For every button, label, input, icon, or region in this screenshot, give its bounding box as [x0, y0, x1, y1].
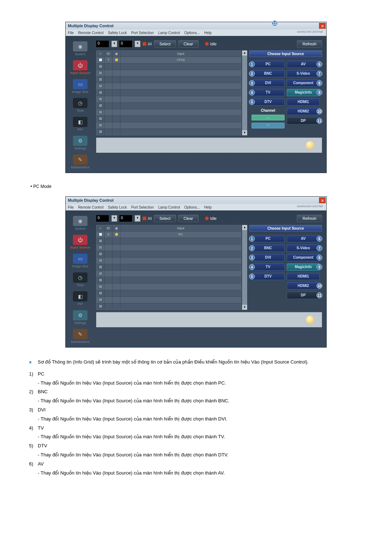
sidebar-time[interactable]: ◷Time [67, 272, 93, 287]
source-hdmi2[interactable]: HDMI210 [287, 108, 320, 115]
source-dvi[interactable]: 3DVI [252, 79, 285, 87]
refresh-button[interactable]: Refresh [297, 215, 322, 222]
sidebar-image-size[interactable]: ▭Image Size [67, 254, 93, 268]
source-dp[interactable]: DP11 [287, 292, 320, 299]
note-desc: - Thay đổi Nguồn tín hiệu Vào (Input Sou… [38, 451, 363, 459]
select-button[interactable]: Select [154, 40, 176, 48]
clear-button[interactable]: Clear [178, 215, 199, 222]
status-idle: Idle [205, 42, 217, 46]
close-icon[interactable]: ✕ [319, 23, 326, 29]
note-number: 5) [29, 442, 38, 450]
titlebar: Multiple Display Control [66, 22, 326, 29]
source-dtv[interactable]: 5DTV [252, 98, 285, 106]
status-idle: Idle [205, 216, 217, 221]
menu-remote[interactable]: Remote Control [78, 31, 103, 35]
source-hdmi1[interactable]: HDMI1 [287, 273, 320, 280]
mode-label-pc: • PC Mode [30, 184, 363, 189]
scrollbar[interactable]: ▲ ▼ [242, 50, 247, 135]
grid-row-empty [97, 89, 241, 96]
menubar: File Remote Control Safety Lock Port Sel… [66, 204, 326, 210]
sidebar-settings[interactable]: ⚙Settings [67, 310, 93, 325]
source-dvi[interactable]: 3DVI [252, 254, 285, 261]
scroll-up-icon[interactable]: ▲ [242, 225, 247, 230]
source-svideo[interactable]: S-Video7 [287, 70, 320, 77]
select-button[interactable]: Select [154, 215, 176, 222]
menu-port[interactable]: Port Selection [131, 31, 154, 35]
menu-file[interactable]: File [68, 205, 74, 209]
clear-button[interactable]: Clear [178, 40, 199, 48]
source-pc[interactable]: 1PC [252, 61, 285, 68]
choose-input-panel: Choose Input Source 1PC 2BNC 3DVI 4TV 5D… [249, 50, 322, 135]
scroll-up-icon[interactable]: ▲ [242, 50, 247, 56]
dropdown-1[interactable]: 0 [96, 41, 109, 47]
bulb-icon [305, 139, 315, 151]
menu-safety[interactable]: Safety Lock [108, 205, 127, 209]
chevron-down-icon[interactable]: ▼ [135, 41, 140, 47]
dropdown-2[interactable]: 0 [119, 41, 132, 47]
dropdown-1[interactable]: 0 [96, 215, 109, 222]
window-title: Multiple Display Control [68, 198, 114, 202]
source-pc[interactable]: 1PC [252, 235, 285, 242]
dropdown-2[interactable]: 0 [119, 215, 132, 222]
source-magicinfo[interactable]: MagicInfo9 [287, 263, 320, 271]
sidebar-power[interactable]: ⏻Input Source [67, 235, 93, 249]
source-bnc[interactable]: 2BNC [252, 245, 285, 252]
grid-row-1[interactable]: 7 ATV2 [97, 57, 241, 63]
source-magicinfo[interactable]: MagicInfo9 [287, 89, 320, 96]
menu-lamp[interactable]: Lamp Control [158, 31, 180, 35]
chevron-down-icon[interactable]: ▼ [111, 41, 117, 47]
menu-lamp[interactable]: Lamp Control [158, 205, 180, 209]
sidebar-pip[interactable]: ◧PIP [67, 291, 93, 306]
source-av[interactable]: AV6 [287, 61, 320, 68]
menu-options[interactable]: Options... [184, 31, 200, 35]
sidebar-time[interactable]: ◷Time [67, 98, 93, 112]
sidebar-maintenance[interactable]: ✎Maintenance [67, 329, 93, 344]
source-component[interactable]: Component8 [287, 79, 320, 87]
sidebar-pip[interactable]: ◧PIP [67, 117, 93, 131]
menu-help[interactable]: Help [204, 205, 212, 209]
menu-remote[interactable]: Remote Control [78, 205, 103, 209]
sidebar: ◉System ⏻Input Source ▭Image Size ◷Time … [66, 210, 95, 347]
chevron-down-icon[interactable]: ▼ [111, 215, 117, 222]
menu-options[interactable]: Options... [184, 205, 200, 209]
grid-row-empty [97, 290, 241, 296]
note-title: DVI [38, 406, 363, 414]
scroll-down-icon[interactable]: ▼ [242, 130, 247, 135]
source-dtv[interactable]: 5DTV [252, 273, 285, 280]
menu-safety[interactable]: Safety Lock [108, 31, 127, 35]
source-hdmi1[interactable]: HDMI1 [287, 98, 320, 106]
source-av[interactable]: AV6 [287, 235, 320, 242]
sidebar-power[interactable]: ⏻Input Source [67, 60, 93, 75]
grid-head-check[interactable]: ✓ [97, 225, 105, 231]
channel-up-button[interactable]: ︿ [252, 115, 285, 120]
sidebar-settings[interactable]: ⚙Settings [67, 136, 93, 150]
close-icon[interactable]: ✕ [319, 197, 326, 203]
refresh-button[interactable]: Refresh [297, 40, 322, 48]
checkbox-all[interactable]: All [143, 42, 152, 46]
scroll-down-icon[interactable]: ▼ [242, 305, 247, 310]
grid-row-1[interactable]: 0 PC [97, 231, 241, 238]
scrollbar[interactable]: ▲ ▼ [242, 225, 247, 310]
source-hdmi2[interactable]: HDMI210 [287, 282, 320, 290]
menu-port[interactable]: Port Selection [131, 205, 154, 209]
source-svideo[interactable]: S-Video7 [287, 245, 320, 252]
channel-down-button[interactable]: ﹀ [252, 123, 285, 128]
sidebar-system[interactable]: ◉System [67, 216, 93, 230]
chevron-down-icon[interactable]: ▼ [135, 215, 140, 222]
source-tv[interactable]: 4TV [252, 263, 285, 271]
menu-help[interactable]: Help [204, 31, 212, 35]
note-title: BNC [38, 388, 363, 396]
grid-head-check[interactable]: ✓ [97, 51, 105, 57]
checkbox-all[interactable]: All [143, 217, 152, 221]
menu-file[interactable]: File [68, 31, 74, 35]
sidebar-image-size[interactable]: ▭Image Size [67, 79, 93, 94]
note-number: 4) [29, 424, 38, 432]
source-component[interactable]: Component8 [287, 254, 320, 261]
source-bnc[interactable]: 2BNC [252, 70, 285, 77]
statusbar [96, 312, 322, 327]
sidebar-system[interactable]: ◉System [67, 41, 93, 56]
note-intro: Sơ đồ Thông tin (Info Grid) sẽ trình bày… [38, 358, 363, 369]
sidebar-maintenance[interactable]: ✎Maintenance [67, 155, 93, 169]
source-tv[interactable]: 4TV [252, 89, 285, 96]
source-dp[interactable]: DP11 [287, 117, 320, 124]
